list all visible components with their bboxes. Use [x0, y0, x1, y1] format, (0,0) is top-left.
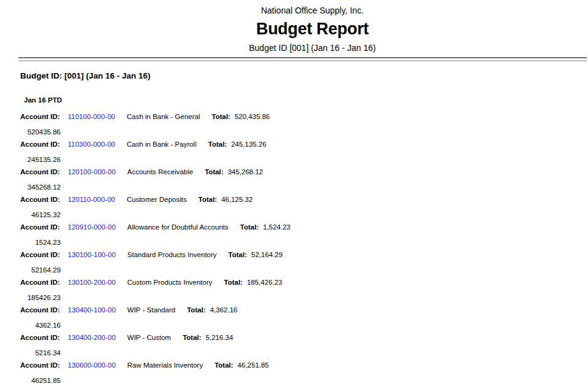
account-block: Account ID:110100-000-00Cash in Bank - G… [20, 113, 588, 136]
account-name: WIP - Standard [128, 306, 175, 314]
report-header: National Office Supply, Inc. Budget Repo… [37, 0, 588, 53]
total-value: 1,524.23 [263, 223, 291, 231]
ptd-value-row: 520435.86 [20, 128, 588, 136]
account-name: Cash in Bank - General [127, 113, 200, 120]
account-name: WIP - Custom [128, 334, 171, 341]
ptd-value-row: 52164.29 [20, 266, 588, 274]
account-name: Accounts Receivable [128, 168, 193, 176]
ptd-value: 345268.12 [20, 183, 61, 191]
account-rows: Account ID:110100-000-00Cash in Bank - G… [20, 113, 588, 385]
company-name: National Office Supply, Inc. [37, 0, 588, 15]
account-id-link[interactable]: 130100-200-00 [68, 279, 116, 286]
account-id-label: Account ID: [20, 223, 60, 231]
account-id-link[interactable]: 120110-000-00 [68, 196, 115, 203]
ptd-value: 520435.86 [20, 128, 61, 136]
account-id-link[interactable]: 130400-200-00 [68, 334, 116, 341]
account-block: Account ID:130600-000-00Raw Materials In… [20, 361, 588, 385]
total-label: Total: [224, 279, 242, 286]
section-heading: Budget ID: [001] (Jan 16 - Jan 16) [20, 71, 588, 80]
account-id-label: Account ID: [20, 168, 60, 176]
total-value: 5,216.34 [205, 334, 233, 341]
account-id-link[interactable]: 130600-000-00 [68, 361, 116, 369]
total-label: Total: [205, 168, 223, 176]
ptd-value: 46125.32 [20, 211, 61, 219]
total-value: 185,426.23 [247, 279, 283, 286]
account-id-link[interactable]: 110300-000-00 [68, 141, 115, 148]
total-value: 520,435.86 [235, 113, 270, 120]
account-row: Account ID:130100-100-00Standard Product… [20, 251, 588, 259]
ptd-value: 5216.34 [20, 349, 61, 357]
account-name: Standard Products Inventory [128, 251, 217, 258]
header-divider [18, 57, 587, 61]
account-row: Account ID:130600-000-00Raw Materials In… [20, 361, 588, 369]
account-id-link[interactable]: 130100-100-00 [68, 251, 116, 258]
account-row: Account ID:110300-000-00Cash in Bank - P… [20, 141, 588, 149]
divider-dark-line [18, 57, 587, 58]
ptd-value: 46251.85 [20, 377, 61, 385]
account-id-label: Account ID: [20, 113, 60, 120]
ptd-value-row: 345268.12 [20, 183, 588, 191]
account-name: Custom Products Inventory [128, 279, 213, 286]
ptd-value-row: 185426.23 [20, 294, 588, 302]
account-id-link[interactable]: 120910-000-00 [68, 223, 116, 231]
account-id-label: Account ID: [20, 196, 60, 203]
total-value: 52,164.29 [251, 251, 283, 258]
account-row: Account ID:110100-000-00Cash in Bank - G… [20, 113, 588, 121]
report-subtitle: Budget ID [001] (Jan 16 - Jan 16) [37, 42, 588, 53]
account-id-label: Account ID: [20, 279, 60, 286]
ptd-value: 4362.16 [20, 322, 61, 330]
ptd-value-row: 4362.16 [20, 322, 588, 330]
account-row: Account ID:130400-200-00WIP - CustomTota… [20, 334, 588, 342]
report-title: Budget Report [37, 20, 588, 38]
account-name: Cash in Bank - Payroll [127, 141, 197, 148]
account-block: Account ID:110300-000-00Cash in Bank - P… [20, 141, 588, 164]
account-block: Account ID:130100-200-00Custom Products … [20, 279, 588, 302]
account-block: Account ID:130100-100-00Standard Product… [20, 251, 588, 274]
total-label: Total: [215, 361, 233, 369]
divider-light-line [18, 60, 587, 61]
ptd-value-row: 46125.32 [20, 211, 588, 219]
ptd-value-row: 1524.23 [20, 239, 588, 247]
account-id-link[interactable]: 130400-100-00 [68, 306, 116, 314]
ptd-value: 185426.23 [20, 294, 61, 302]
total-label: Total: [199, 196, 217, 203]
account-name: Allowance for Doubtful Accounts [128, 223, 229, 231]
ptd-value-row: 245135.26 [20, 156, 588, 164]
account-row: Account ID:120100-000-00Accounts Receiva… [20, 168, 588, 176]
account-row: Account ID:120110-000-00Customer Deposit… [20, 196, 588, 204]
total-label: Total: [240, 223, 258, 231]
total-label: Total: [212, 113, 230, 120]
account-id-label: Account ID: [20, 306, 60, 314]
account-row: Account ID:130100-200-00Custom Products … [20, 279, 588, 287]
account-row: Account ID:120910-000-00Allowance for Do… [20, 223, 588, 231]
total-value: 245,135.26 [231, 141, 267, 148]
ptd-value: 52164.29 [20, 266, 61, 274]
total-value: 4,362.16 [210, 306, 237, 314]
account-name: Raw Materials Inventory [128, 361, 203, 369]
account-id-label: Account ID: [20, 334, 60, 341]
total-label: Total: [208, 141, 226, 148]
ptd-value: 1524.23 [20, 239, 61, 247]
account-id-label: Account ID: [20, 361, 60, 369]
total-value: 46,125.32 [221, 196, 253, 203]
total-value: 345,268.12 [227, 168, 263, 176]
account-id-label: Account ID: [20, 251, 60, 258]
account-id-label: Account ID: [20, 141, 60, 148]
ptd-value-row: 46251.85 [20, 377, 588, 385]
period-label: Jan 16 PTD [24, 96, 588, 104]
account-block: Account ID:120910-000-00Allowance for Do… [20, 223, 588, 247]
total-value: 46,251.85 [237, 361, 269, 369]
account-id-link[interactable]: 110100-000-00 [68, 113, 115, 120]
ptd-value-row: 5216.34 [20, 349, 588, 357]
account-block: Account ID:120110-000-00Customer Deposit… [20, 196, 588, 219]
total-label: Total: [228, 251, 246, 258]
account-block: Account ID:120100-000-00Accounts Receiva… [20, 168, 588, 191]
account-id-link[interactable]: 120100-000-00 [68, 168, 116, 176]
total-label: Total: [187, 306, 205, 314]
account-block: Account ID:130400-200-00WIP - CustomTota… [20, 334, 588, 357]
account-name: Customer Deposits [127, 196, 187, 203]
budget-report-page: { "header": { "company": "National Offic… [0, 0, 588, 386]
account-block: Account ID:130400-100-00WIP - StandardTo… [20, 306, 588, 330]
total-label: Total: [183, 334, 201, 341]
account-row: Account ID:130400-100-00WIP - StandardTo… [20, 306, 588, 314]
